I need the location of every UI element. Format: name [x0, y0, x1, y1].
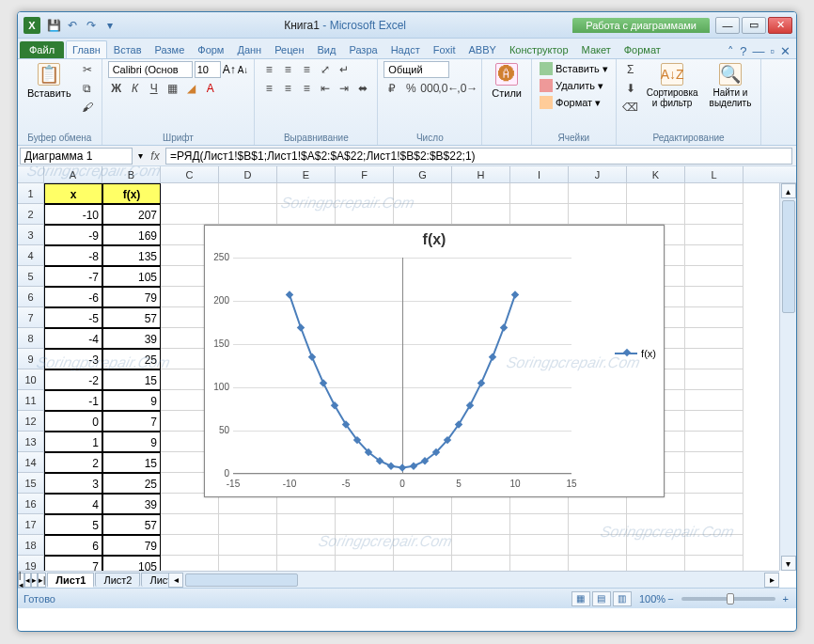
cell[interactable] — [685, 556, 744, 571]
view-normal-icon[interactable]: ▦ — [571, 591, 590, 606]
column-header-I[interactable]: I — [510, 166, 569, 182]
cell[interactable] — [685, 349, 744, 369]
horizontal-scrollbar[interactable]: ◂ ▸ — [168, 571, 779, 588]
zoom-knob[interactable] — [727, 593, 734, 605]
undo-icon[interactable]: ↶ — [65, 18, 80, 33]
cell[interactable] — [685, 266, 744, 287]
cell[interactable] — [452, 535, 510, 556]
maximize-button[interactable]: ▭ — [742, 17, 766, 34]
align-left-icon[interactable]: ≡ — [260, 80, 277, 97]
cell[interactable]: -4 — [44, 328, 102, 349]
cell[interactable]: 207 — [102, 204, 161, 225]
cell[interactable] — [685, 204, 744, 225]
cell[interactable] — [569, 204, 627, 225]
cell[interactable] — [685, 245, 744, 266]
cell[interactable]: 105 — [102, 266, 161, 287]
file-tab[interactable]: Файл — [20, 41, 64, 58]
cell[interactable] — [394, 556, 452, 571]
row-header[interactable]: 16 — [18, 494, 44, 514]
sort-filter-button[interactable]: A↓Z Сортировка и фильтр — [643, 61, 702, 110]
cut-icon[interactable]: ✂ — [79, 61, 96, 78]
format-painter-icon[interactable]: 🖌 — [79, 99, 96, 116]
copy-icon[interactable]: ⧉ — [79, 80, 96, 97]
italic-icon[interactable]: К — [127, 80, 144, 97]
chart-legend[interactable]: f(x) — [615, 348, 656, 359]
chart-marker[interactable] — [387, 462, 395, 469]
row-header[interactable]: 13 — [18, 432, 44, 452]
chart-marker[interactable] — [489, 353, 496, 361]
cell[interactable] — [219, 204, 277, 225]
chart-marker[interactable] — [399, 463, 406, 471]
cell[interactable]: -5 — [44, 307, 102, 328]
cell[interactable] — [219, 183, 277, 204]
worksheet-grid[interactable]: ABCDEFGHIJKL 1xf(x)2-102073-91694-81355-… — [18, 166, 796, 588]
chart-series-line[interactable] — [233, 258, 571, 474]
cell[interactable]: -6 — [44, 287, 102, 307]
column-header-H[interactable]: H — [452, 166, 510, 182]
cell[interactable] — [510, 535, 569, 556]
grow-font-icon[interactable]: A↑ — [223, 63, 236, 76]
cell[interactable] — [161, 535, 219, 556]
cell[interactable] — [277, 556, 336, 571]
column-header-B[interactable]: B — [102, 166, 161, 182]
zoom-in-icon[interactable]: + — [781, 593, 791, 605]
redo-icon[interactable]: ↷ — [84, 18, 99, 33]
cell[interactable]: 39 — [102, 494, 161, 514]
row-header[interactable]: 3 — [18, 225, 44, 245]
styles-button[interactable]: 🅐 Стили — [488, 61, 525, 101]
column-header-F[interactable]: F — [336, 166, 394, 182]
autosum-icon[interactable]: Σ — [622, 61, 639, 78]
row-header[interactable]: 9 — [18, 349, 44, 369]
cell[interactable]: f(x) — [102, 183, 161, 204]
column-header-K[interactable]: K — [627, 166, 685, 182]
cell[interactable] — [685, 452, 744, 473]
cell[interactable] — [277, 535, 336, 556]
decrease-decimal-icon[interactable]: ,0→ — [459, 80, 476, 97]
cell[interactable]: -10 — [44, 204, 102, 225]
cell[interactable] — [161, 183, 219, 204]
cell[interactable] — [394, 535, 452, 556]
chart-marker[interactable] — [297, 323, 305, 331]
row-header[interactable]: 15 — [18, 473, 44, 494]
row-header[interactable]: 14 — [18, 452, 44, 473]
cell[interactable] — [394, 183, 452, 204]
cell[interactable] — [627, 183, 685, 204]
orientation-icon[interactable]: ⤢ — [317, 61, 334, 78]
row-header[interactable]: 11 — [18, 390, 44, 411]
tab-chart-design[interactable]: Конструктор — [503, 40, 575, 58]
cell[interactable] — [219, 535, 277, 556]
cell[interactable] — [510, 556, 569, 571]
cell[interactable]: -1 — [44, 390, 102, 411]
row-header[interactable]: 12 — [18, 411, 44, 432]
find-select-button[interactable]: 🔍 Найти и выделить — [706, 61, 756, 110]
cell[interactable]: x — [44, 183, 102, 204]
view-pagebreak-icon[interactable]: ▥ — [613, 591, 632, 606]
cell[interactable] — [685, 432, 744, 452]
row-header[interactable]: 6 — [18, 287, 44, 307]
chart-marker[interactable] — [410, 462, 417, 469]
tab-data[interactable]: Данн — [230, 40, 268, 58]
cell[interactable] — [510, 204, 569, 225]
cell[interactable]: -3 — [44, 349, 102, 369]
align-top-icon[interactable]: ≡ — [260, 61, 277, 78]
save-icon[interactable]: 💾 — [46, 18, 61, 33]
scroll-right-icon[interactable]: ▸ — [764, 573, 779, 588]
scroll-h-thumb[interactable] — [185, 573, 298, 587]
tab-review[interactable]: Рецен — [268, 40, 310, 58]
cell[interactable] — [161, 514, 219, 535]
insert-cells-button[interactable]: Вставить ▾ — [538, 61, 610, 76]
indent-increase-icon[interactable]: ⇥ — [336, 80, 352, 97]
workbook-restore-icon[interactable]: ▫ — [770, 44, 775, 58]
merge-icon[interactable]: ⬌ — [354, 80, 371, 97]
cell[interactable] — [510, 183, 569, 204]
cell[interactable] — [510, 514, 569, 535]
chart-marker[interactable] — [286, 291, 293, 298]
fill-color-icon[interactable]: ◢ — [183, 80, 200, 97]
cell[interactable] — [569, 183, 627, 204]
percent-icon[interactable]: % — [402, 80, 419, 97]
cell[interactable]: 9 — [102, 432, 161, 452]
cell[interactable] — [685, 328, 744, 349]
cell[interactable]: 15 — [102, 369, 161, 390]
align-right-icon[interactable]: ≡ — [298, 80, 315, 97]
column-header-L[interactable]: L — [685, 166, 744, 182]
